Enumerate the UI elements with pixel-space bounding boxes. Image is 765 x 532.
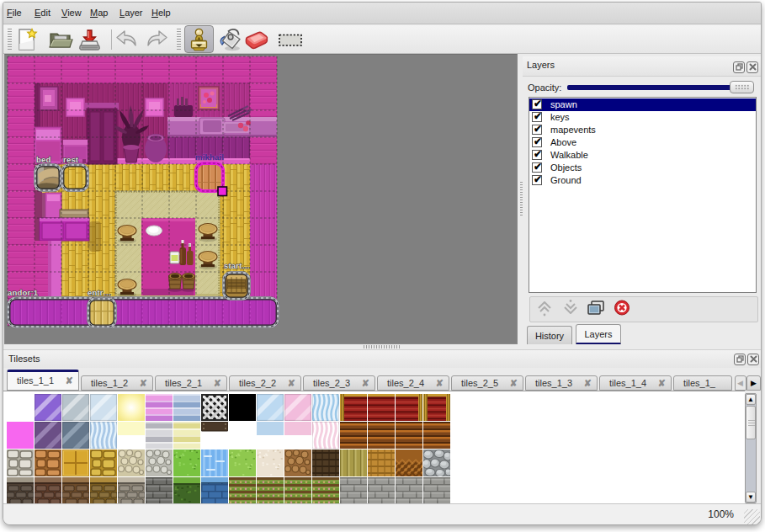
svg-text:bed: bed bbox=[36, 155, 51, 164]
svg-text:start…: start… bbox=[224, 261, 250, 270]
svg-text:mikhail: mikhail bbox=[195, 152, 224, 162]
svg-text:rest: rest bbox=[63, 155, 79, 164]
svg-text:andor:1: andor:1 bbox=[8, 288, 39, 297]
svg-text:entr…: entr… bbox=[88, 288, 111, 297]
